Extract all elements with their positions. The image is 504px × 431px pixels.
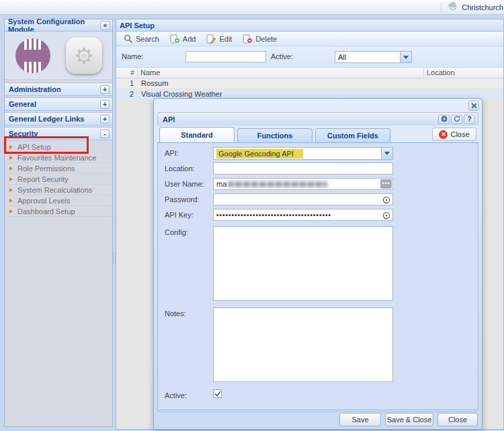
active-checkbox[interactable] bbox=[213, 389, 222, 398]
grid-header: # Name Location bbox=[116, 68, 503, 79]
password-field-label: Password: bbox=[165, 195, 199, 203]
tab-close-button[interactable]: ✕ Close bbox=[432, 128, 476, 141]
chevron-down-icon[interactable] bbox=[381, 148, 392, 159]
column-header-location[interactable]: Location bbox=[424, 68, 503, 78]
edit-label: Edit bbox=[219, 35, 232, 43]
name-filter-input[interactable] bbox=[185, 51, 266, 62]
search-icon bbox=[124, 34, 133, 44]
apikey-input[interactable]: •••••••••••••••••••••••••••••••••••••• bbox=[213, 209, 393, 221]
settings-gear-icon[interactable] bbox=[438, 115, 450, 124]
grid-toolbar: Search Add Edit Delete bbox=[116, 32, 503, 46]
tab-functions[interactable]: Functions bbox=[237, 128, 312, 142]
column-header-number[interactable]: # bbox=[116, 68, 138, 78]
delete-button[interactable]: Delete bbox=[239, 34, 280, 44]
sidebar-item-report-security[interactable]: Report Security bbox=[5, 174, 112, 185]
section-security[interactable]: Security - bbox=[5, 127, 112, 140]
section-label: General bbox=[9, 100, 36, 108]
row-name: Rossum bbox=[138, 79, 424, 89]
menu-item-label: Report Security bbox=[17, 175, 69, 183]
arrow-icon bbox=[9, 166, 14, 171]
window-close-button[interactable] bbox=[468, 101, 479, 111]
reveal-password-icon[interactable] bbox=[382, 211, 390, 221]
help-icon[interactable]: ? bbox=[464, 115, 475, 124]
location-field-label: Location: bbox=[165, 164, 195, 173]
menu-item-label: System Recalculations bbox=[17, 186, 92, 194]
check-icon bbox=[214, 391, 221, 397]
api-combo[interactable]: Google Geocoding API bbox=[213, 147, 393, 160]
weather-cloud-icon bbox=[448, 2, 458, 12]
save-button[interactable]: Save bbox=[339, 413, 381, 426]
active-filter-combo[interactable]: All bbox=[335, 51, 412, 63]
arrow-icon bbox=[9, 144, 14, 150]
column-header-name[interactable]: Name bbox=[138, 68, 424, 78]
arrow-icon bbox=[9, 187, 14, 193]
menu-item-label: Dashboard Setup bbox=[17, 207, 75, 216]
location-indicator[interactable]: Christchurch bbox=[462, 3, 503, 11]
dialog-footer: Save Save & Close Close bbox=[157, 412, 478, 426]
collapse-icon[interactable]: - bbox=[100, 130, 110, 138]
api-combo-value: Google Geocoding API bbox=[216, 149, 303, 158]
add-label: Add bbox=[183, 35, 196, 43]
accordion-sections: Administration + General + General Ledge… bbox=[5, 80, 112, 142]
expand-icon[interactable]: + bbox=[100, 100, 110, 109]
active-filter-value: All bbox=[335, 52, 400, 62]
section-label: Security bbox=[9, 130, 38, 138]
add-button[interactable]: Add bbox=[167, 34, 200, 44]
main-panel-header: API Setup bbox=[116, 19, 503, 32]
edit-icon bbox=[206, 34, 216, 44]
table-row[interactable]: 1 Rossum bbox=[116, 79, 503, 89]
expand-icon[interactable]: + bbox=[100, 85, 110, 94]
sidebar-item-api-setup[interactable]: API Setup bbox=[5, 142, 112, 152]
delete-label: Delete bbox=[255, 35, 277, 43]
menu-item-label: API Setup bbox=[17, 143, 51, 151]
search-button[interactable]: Search bbox=[120, 34, 163, 44]
tab-custom-fields[interactable]: Custom Fields bbox=[315, 128, 390, 142]
reveal-password-icon[interactable] bbox=[382, 196, 390, 205]
sidebar-item-system-recalculations[interactable]: System Recalculations bbox=[5, 185, 112, 195]
search-label: Search bbox=[136, 35, 159, 43]
tab-standard[interactable]: Standard bbox=[159, 127, 235, 142]
menu-item-label: Approval Levels bbox=[17, 197, 70, 205]
username-redaction-blur bbox=[228, 181, 327, 187]
ellipsis-trigger-button[interactable]: ••• bbox=[380, 179, 392, 189]
security-menu-items: API Setup Favourites Maintenance Role Pe… bbox=[5, 142, 112, 426]
system-config-module-icon[interactable] bbox=[66, 38, 102, 74]
notes-textarea[interactable] bbox=[213, 307, 393, 382]
delete-icon bbox=[243, 34, 253, 44]
password-input[interactable] bbox=[213, 193, 393, 205]
sidebar-item-favourites-maintenance[interactable]: Favourites Maintenance bbox=[5, 152, 112, 163]
refresh-icon[interactable] bbox=[451, 115, 462, 124]
section-general[interactable]: General + bbox=[5, 97, 112, 111]
close-button[interactable]: Close bbox=[437, 413, 478, 426]
expand-icon[interactable]: + bbox=[100, 115, 110, 124]
api-dialog-window: API ? Standard Functions Custom Fields ✕… bbox=[153, 98, 482, 430]
add-icon bbox=[170, 34, 180, 44]
config-textarea[interactable] bbox=[213, 226, 393, 301]
arrow-icon bbox=[9, 198, 14, 203]
topbar-divider bbox=[441, 3, 442, 12]
module-icon-panel bbox=[5, 32, 112, 80]
username-input[interactable]: ma ••• bbox=[213, 178, 393, 190]
username-value: ma bbox=[216, 180, 226, 188]
tab-close-label: Close bbox=[450, 130, 469, 138]
sidebar-item-dashboard-setup[interactable]: Dashboard Setup bbox=[5, 206, 112, 217]
section-administration[interactable]: Administration + bbox=[5, 83, 112, 96]
location-input[interactable] bbox=[213, 162, 393, 175]
chevron-down-icon[interactable] bbox=[400, 52, 411, 62]
menu-item-label: Favourites Maintenance bbox=[17, 154, 96, 162]
sidebar-item-approval-levels[interactable]: Approval Levels bbox=[5, 195, 112, 206]
arrow-icon bbox=[9, 177, 14, 182]
section-general-ledger-links[interactable]: General Ledger Links + bbox=[5, 112, 112, 126]
section-label: Administration bbox=[9, 85, 61, 93]
sidebar-panel: System Configuration Module « bbox=[4, 19, 113, 427]
save-and-close-button[interactable]: Save & Close bbox=[385, 413, 433, 426]
edit-button[interactable]: Edit bbox=[203, 34, 235, 44]
dialog-tabstrip: Standard Functions Custom Fields ✕ Close bbox=[157, 127, 478, 143]
menu-item-label: Role Permissions bbox=[17, 164, 75, 173]
arrow-icon bbox=[9, 209, 14, 214]
collapse-panel-button[interactable]: « bbox=[100, 21, 110, 30]
username-field-label: User Name: bbox=[165, 180, 204, 188]
name-filter-label: Name: bbox=[122, 52, 143, 60]
sidebar-item-role-permissions[interactable]: Role Permissions bbox=[5, 163, 112, 174]
sidebar-title: System Configuration Module bbox=[8, 17, 100, 34]
